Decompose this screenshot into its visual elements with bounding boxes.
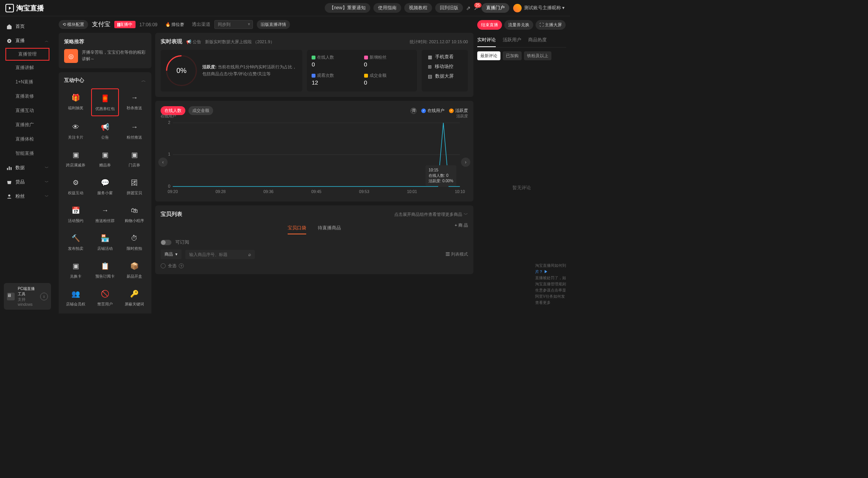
goods-expand[interactable]: 点击展开商品组件查看管理更多商品 ﹀ (394, 212, 468, 217)
help-icon[interactable]: ? (179, 263, 184, 268)
sidebar-live-sub[interactable]: 直播推广 (0, 118, 55, 132)
coupon-btn[interactable]: 流量券兑换 (504, 20, 533, 30)
module-config-btn[interactable]: ⟲ 模块配置 (59, 20, 88, 29)
interaction-item[interactable]: ⏱限时抢拍 (120, 229, 148, 255)
action-link[interactable]: ▤数据大屏 (428, 73, 462, 80)
sidebar-home[interactable]: 首页 (0, 19, 55, 34)
sidebar-live-sub[interactable]: 直播互动 (0, 103, 55, 118)
interaction-item[interactable]: 📋预告订阅卡 (91, 257, 119, 283)
interaction-item[interactable]: ▣兑换卡 (62, 257, 90, 283)
interaction-item[interactable]: ▣门店券 (120, 146, 148, 172)
interaction-item[interactable]: 🏪店铺活动 (91, 229, 119, 255)
sidebar-live-manage[interactable]: 直播管理 (5, 48, 49, 61)
sidebar-goods[interactable]: 货品﹀ (0, 175, 55, 189)
goods-type-dropdown[interactable]: 商品 ▾ (161, 249, 181, 259)
sidebar-live[interactable]: 直播︿ (0, 34, 55, 48)
sidebar-live-sub[interactable]: 直播讲解 (0, 61, 55, 75)
strategy-text: 开播辛苦啦，宝宝们在等你的精彩讲解～ (82, 49, 146, 62)
goods-tab-pocket[interactable]: 宝贝口袋 (288, 222, 306, 234)
collapse-icon[interactable]: ︿ (141, 77, 146, 84)
rank-btn[interactable]: 排位赛 (161, 20, 188, 29)
play-icon (5, 4, 14, 12)
rtab-active-users[interactable]: 活跃用户 (503, 34, 521, 47)
interaction-item[interactable]: →推送粉丝群 (91, 201, 119, 227)
top-btn-video[interactable]: 视频教程 (404, 3, 432, 13)
goods-tab-pending[interactable]: 待直播商品 (318, 222, 341, 234)
interaction-item[interactable]: 📦新品开盒 (120, 257, 148, 283)
interaction-item[interactable]: 🎁福利抽奖 (62, 88, 90, 116)
interaction-item[interactable]: 🧧优惠券红包 (91, 88, 119, 116)
action-icon: ▤ (428, 74, 432, 79)
interaction-item[interactable]: 📢公告 (91, 118, 119, 144)
int-icon: ⏱ (129, 233, 140, 244)
top-btn-guide[interactable]: 使用指南 (373, 3, 401, 13)
activity-gauge: 0% (166, 55, 197, 86)
interaction-item[interactable]: ⚙权益互动 (62, 173, 90, 200)
rtab-comments[interactable]: 实时评论 (477, 34, 496, 47)
live-status-badge: 直播中 (114, 21, 136, 28)
search-icon[interactable]: ⌕ (248, 252, 251, 257)
bullet-icon[interactable]: 弹 (410, 108, 417, 114)
sidebar-data[interactable]: 数据﹀ (0, 161, 55, 175)
goods-panel: 宝贝列表 点击展开商品组件查看管理更多商品 ﹀ 宝贝口袋 待直播商品 + 商 品… (155, 205, 473, 274)
external-link-icon[interactable]: ⇗ (466, 5, 471, 11)
top-btn-portal[interactable]: 直播门户 (481, 3, 509, 13)
strategy-icon: ◎ (64, 49, 78, 63)
list-mode-btn[interactable]: ☰ 列表模式 (446, 251, 468, 257)
avatar[interactable] (513, 4, 522, 12)
download-icon[interactable]: ↓ (40, 293, 48, 300)
subscribe-toggle[interactable] (161, 240, 171, 245)
sidebar-live-sub[interactable]: 直播体检 (0, 132, 55, 146)
channel-label: 透出渠道 (192, 21, 210, 28)
bigscreen-btn[interactable]: ⛶ 主播大屏 (536, 20, 566, 30)
interaction-item[interactable]: →秒杀推送 (120, 88, 148, 116)
interaction-item[interactable]: ⚡秒杀配置 (62, 312, 90, 314)
interaction-item[interactable]: ▣赠品券 (91, 146, 119, 172)
legend-online[interactable]: ✓在线用户 (421, 108, 444, 114)
realtime-title: 实时表现 (161, 38, 182, 45)
interaction-item[interactable]: 🎊宠粉福利购 (120, 312, 148, 314)
interaction-item[interactable]: 🔨发布拍卖 (62, 229, 90, 255)
realtime-panel: 实时表现 📢 公告 新版实时数据大屏上线啦 （2021.9） 统计时间: 202… (155, 33, 473, 97)
action-link[interactable]: ⊞移动场控 (428, 63, 462, 70)
notification-icon[interactable]: ↗25 (474, 5, 478, 11)
sidebar-live-sub[interactable]: 智能直播 (0, 146, 55, 161)
interaction-item[interactable]: 🔑屏蔽关键词 (120, 285, 148, 311)
sidebar-live-sub[interactable]: 直播装修 (0, 89, 55, 103)
old-detail-btn[interactable]: 旧版直播详情 (257, 20, 290, 29)
interaction-item[interactable]: 🚫禁言用户 (91, 285, 119, 311)
interaction-item[interactable]: 👁关注卡片 (62, 118, 90, 144)
interaction-item[interactable]: ▣跨店满减券 (62, 146, 90, 172)
rtab-goods-heat[interactable]: 商品热度 (528, 34, 547, 47)
pc-toolbox[interactable]: 🖥 PC端直播工具支持windows ↓ (4, 283, 51, 310)
select-all-checkbox[interactable] (161, 263, 166, 268)
chart-tab-gmv[interactable]: 成交金额 (188, 106, 213, 115)
sidebar-live-sub[interactable]: 1+N直播 (0, 75, 55, 89)
svg-text:1: 1 (168, 153, 170, 157)
action-link[interactable]: ▦手机查看 (428, 54, 462, 60)
subheader: ⟲ 模块配置 支付宝 直播中 17:06:09 排位赛 透出渠道 同步到 旧版直… (59, 20, 473, 29)
action-icon: ▦ (428, 54, 432, 60)
chart-prev[interactable]: ‹ (158, 158, 168, 167)
chip-ironfans[interactable]: 铁粉及以上 (524, 51, 551, 60)
interaction-item[interactable]: 💬服务小窗 (91, 173, 119, 200)
interaction-item[interactable]: 👥店铺会员权 (62, 285, 90, 311)
top-btn-oldver[interactable]: 回到旧版 (435, 3, 463, 13)
goods-search[interactable]: ⌕ (185, 250, 255, 259)
interaction-item[interactable]: 🛍购物小程序 (120, 201, 148, 227)
chart-next[interactable]: › (461, 158, 470, 167)
interaction-item[interactable]: 团拼团宝贝 (120, 173, 148, 200)
chip-carted[interactable]: 已加购 (503, 51, 522, 60)
svg-text:09:45: 09:45 (311, 190, 321, 194)
sidebar-fans[interactable]: 粉丝﹀ (0, 189, 55, 203)
user-name[interactable]: 测试账号主播昵称 ▾ (524, 5, 565, 11)
end-live-btn[interactable]: 结束直播 (477, 20, 502, 30)
top-btn-notice[interactable]: 【new】重要通知 (325, 3, 370, 13)
legend-activity[interactable]: ✓活跃度 (449, 108, 468, 114)
add-goods-btn[interactable]: + 商 品 (454, 222, 468, 228)
sync-select[interactable]: 同步到 (214, 20, 253, 29)
chip-latest[interactable]: 最新评论 (477, 51, 500, 60)
interaction-item[interactable]: →粉丝推送 (120, 118, 148, 144)
interaction-item[interactable]: 📅活动预约 (62, 201, 90, 227)
interaction-item[interactable]: ★新粉专享 (91, 312, 119, 314)
